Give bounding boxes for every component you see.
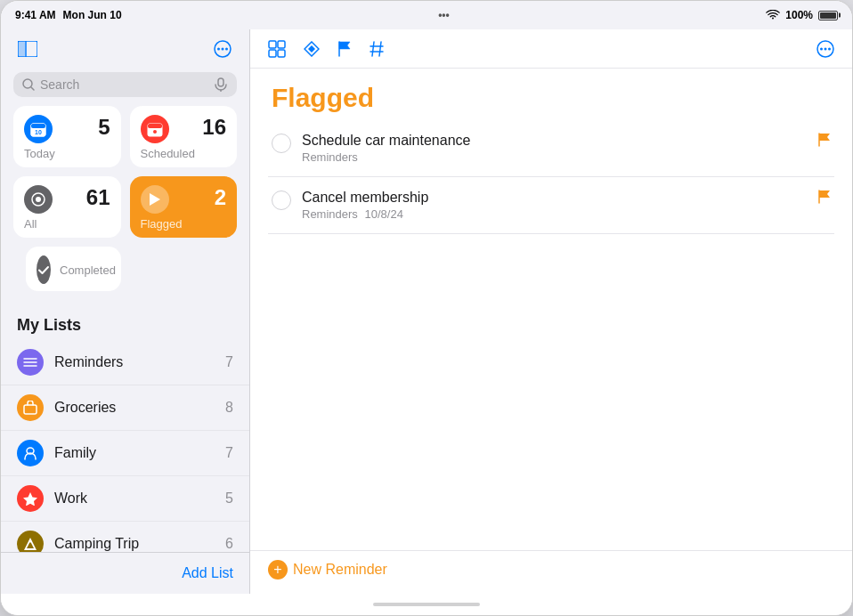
svg-marker-26 [23,492,37,506]
reminder-checkbox-1[interactable] [272,134,291,153]
add-list-button[interactable]: Add List [13,562,237,585]
list-name-camping: Camping Trip [54,536,215,552]
svg-rect-32 [269,50,276,57]
reminder-checkbox-2[interactable] [272,190,291,210]
status-bar-left: 9:41 AM Mon Jun 10 [15,9,122,21]
completed-card[interactable]: Completed [26,247,121,291]
reminder-details-2: Cancel membership Reminders 10/8/24 [302,190,808,221]
search-icon [22,78,35,91]
new-reminder-button[interactable]: + New Reminder [268,560,387,580]
svg-rect-0 [18,41,25,57]
reminder-title-2: Cancel membership [302,190,808,206]
today-label: Today [24,147,110,160]
list-name-reminders: Reminders [54,354,215,370]
search-bar[interactable] [13,72,237,97]
grid-view-button[interactable] [268,40,286,58]
camping-icon [17,531,44,552]
scheduled-label: Scheduled [141,147,227,160]
search-input[interactable] [40,77,208,92]
list-item-family[interactable]: Family 7 [1,431,249,476]
sidebar-toggle-icon [18,41,37,57]
status-dots: ••• [438,9,450,21]
list-item-work[interactable]: Work 5 [1,476,249,522]
svg-marker-20 [150,193,160,206]
app-body: 10 5 Today 16 Sc [1,29,852,594]
smart-lists-grid: 10 5 Today 16 Sc [1,106,249,247]
reminder-details-1: Schedule car maintenance Reminders [302,133,808,164]
svg-point-5 [217,48,220,51]
sidebar-more-button[interactable] [208,35,237,63]
list-item-reminders[interactable]: Reminders 7 [1,340,249,385]
svg-rect-30 [269,41,276,48]
svg-point-42 [828,47,831,50]
reminder-flag-1 [818,133,831,150]
scheduled-count: 16 [202,115,226,140]
flagged-icon-svg [147,191,163,207]
family-list-icon [23,446,37,460]
smart-card-today[interactable]: 10 5 Today [13,106,121,167]
list-count-family: 7 [225,445,233,461]
location-button[interactable] [304,41,320,57]
reminder-item-1: Schedule car maintenance Reminders [268,120,834,177]
status-time: 9:41 AM [15,9,56,21]
sidebar-header [1,29,249,69]
status-bar-right: 100% [766,9,838,21]
svg-point-29 [29,540,32,543]
flag-icon [337,41,352,57]
smart-card-all[interactable]: 61 All [13,176,121,238]
all-icon-svg [30,191,46,207]
my-lists-header: My Lists [1,312,249,340]
list-count-work: 5 [225,490,233,507]
today-count: 5 [98,115,110,140]
main-content: Flagged Schedule car maintenance Reminde… [250,29,852,594]
work-list-icon [23,491,37,506]
svg-rect-16 [148,124,162,128]
reminder-title-1: Schedule car maintenance [302,133,808,149]
completed-label: Completed [60,263,116,277]
reminders-icon [17,349,44,376]
grid-icon [268,40,286,58]
sidebar-footer: Add List [1,552,249,594]
my-lists-section: My Lists Reminders 7 [1,304,249,552]
page-title: Flagged [250,69,852,120]
svg-point-6 [225,48,228,51]
work-icon [17,485,44,512]
hashtag-button[interactable] [370,41,384,57]
sidebar-toggle-button[interactable] [13,35,42,63]
svg-point-19 [36,197,41,202]
list-count-reminders: 7 [225,354,233,370]
groceries-list-icon [23,401,37,415]
flagged-label: Flagged [141,217,227,231]
all-label: All [24,217,110,231]
reminder-item-2: Cancel membership Reminders 10/8/24 [268,177,834,234]
status-date: Mon Jun 10 [63,9,122,21]
flag-filled-icon-2 [818,190,831,204]
main-footer: + New Reminder [250,550,852,594]
toolbar-icons [268,40,384,58]
svg-line-8 [31,87,34,90]
flagged-icon [141,185,169,214]
location-icon [304,41,320,57]
list-item-groceries[interactable]: Groceries 8 [1,385,249,431]
smart-card-scheduled[interactable]: 16 Scheduled [130,106,238,167]
camping-list-icon [23,537,37,551]
status-bar-center: ••• [438,9,450,21]
all-count: 61 [86,185,110,210]
main-more-icon [816,40,834,58]
flag-button[interactable] [337,41,352,57]
battery-icon [818,11,838,20]
main-more-button[interactable] [816,40,834,58]
svg-line-36 [379,42,381,56]
list-name-family: Family [54,445,215,461]
svg-rect-33 [278,50,285,57]
groceries-icon [17,394,44,421]
family-icon [17,440,44,466]
scheduled-icon [141,115,169,143]
list-item-camping[interactable]: Camping Trip 6 [1,522,249,552]
more-icon [214,40,232,58]
svg-rect-24 [24,405,37,414]
list-name-work: Work [54,490,215,507]
reminder-list: Schedule car maintenance Reminders Ca [250,120,852,550]
smart-card-flagged[interactable]: 2 Flagged [130,176,238,238]
all-icon [24,185,53,214]
